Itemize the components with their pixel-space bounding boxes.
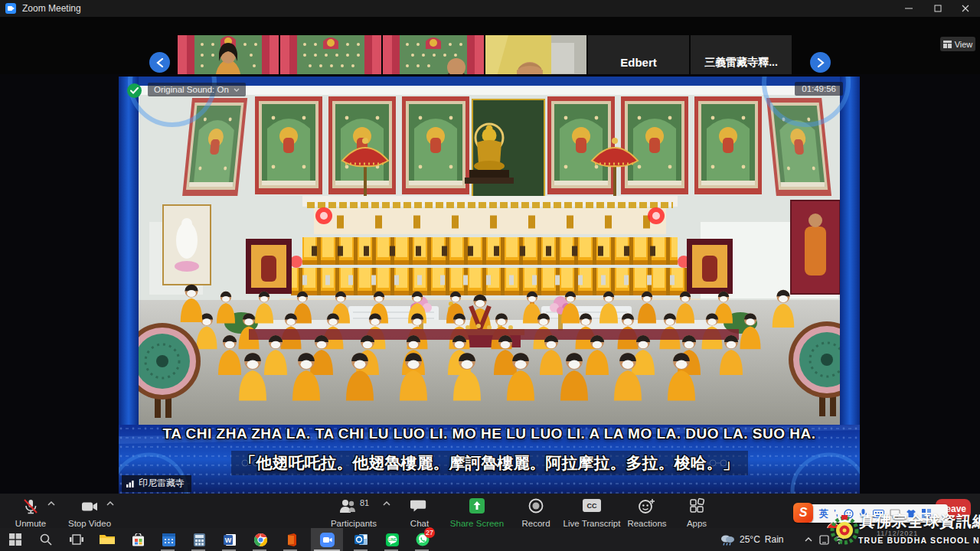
tray-show-hidden-icons[interactable] xyxy=(801,528,816,551)
microsoft-store-button[interactable] xyxy=(124,529,152,550)
close-button[interactable] xyxy=(951,0,980,17)
ime-emoji-icon[interactable] xyxy=(844,509,854,519)
zoom-app-icon xyxy=(5,3,16,14)
windows-logo-icon xyxy=(9,533,21,546)
ime-punctuation-toggle[interactable]: ’, xyxy=(834,510,838,517)
reactions-button[interactable]: Reactions xyxy=(616,496,678,528)
start-button[interactable] xyxy=(2,529,29,550)
ime-skin-icon[interactable] xyxy=(906,509,916,518)
task-view-button[interactable] xyxy=(63,529,90,550)
outlook-icon xyxy=(354,533,368,546)
participants-label: Participants xyxy=(331,519,377,528)
stop-video-label: Stop Video xyxy=(68,519,111,528)
ime-language-toggle[interactable]: 英 xyxy=(819,509,828,518)
participants-options-caret[interactable] xyxy=(383,501,390,506)
weather-condition: Rain xyxy=(765,534,784,545)
ime-voice-icon[interactable] xyxy=(859,508,867,519)
participants-button[interactable]: 81 Participants xyxy=(315,496,392,528)
view-button-label: View xyxy=(955,40,973,49)
minimize-button[interactable] xyxy=(894,0,923,17)
original-sound-label: Original Sound: On xyxy=(154,85,229,94)
signal-bars-icon xyxy=(126,479,136,487)
live-transcript-label: Live Transcript xyxy=(564,519,621,528)
reactions-smiley-icon xyxy=(638,497,656,514)
maximize-button[interactable] xyxy=(923,0,952,17)
record-label: Record xyxy=(521,519,550,528)
main-stage: Original Sound: On 01:49:56 TA CHI ZHA Z… xyxy=(0,74,980,494)
file-explorer-icon xyxy=(100,533,115,546)
wifi-icon xyxy=(834,536,844,544)
subtitle-romanized: TA CHI ZHA ZHA LA. TA CHI LU LUO LI. MO … xyxy=(119,425,860,442)
view-grid-icon xyxy=(943,41,952,48)
calculator-icon xyxy=(194,533,205,546)
apps-label: Apps xyxy=(687,519,707,528)
participants-count: 81 xyxy=(360,498,369,507)
chevron-right-icon xyxy=(817,58,825,67)
speaker-name-label: 印尼雷藏寺 xyxy=(122,475,191,492)
subtitle-chinese-text: 「他翅吒吒拉。他翅魯樓麗。摩訶魯樓麗。阿拉摩拉。多拉。梭哈。」 xyxy=(231,451,748,475)
view-button[interactable]: View xyxy=(940,37,975,51)
reactions-label: Reactions xyxy=(627,519,666,528)
unmute-label: Unmute xyxy=(15,519,46,528)
calendar-icon xyxy=(162,533,175,546)
chrome-button[interactable] xyxy=(247,529,274,550)
close-icon xyxy=(962,5,969,12)
apps-button[interactable]: Apps xyxy=(678,496,716,528)
original-sound-toggle[interactable]: Original Sound: On xyxy=(148,83,246,96)
line-icon: LINE xyxy=(386,533,399,546)
window-title: Zoom Meeting xyxy=(22,3,81,14)
title-bar: Zoom Meeting xyxy=(0,0,980,17)
video-options-caret[interactable] xyxy=(106,501,114,506)
taskbar-search-button[interactable] xyxy=(32,529,60,550)
ime-toolbox-icon[interactable] xyxy=(922,509,931,518)
subtitle-chinese: 「他翅吒吒拉。他翅魯樓麗。摩訶魯樓麗。阿拉摩拉。多拉。梭哈。」 xyxy=(119,451,860,475)
ime-tools-icon[interactable] xyxy=(890,509,900,518)
scroll-right-button[interactable] xyxy=(810,52,831,73)
ime-toolbar: 英 ’, xyxy=(805,504,948,523)
whatsapp-badge: 27 xyxy=(424,527,435,538)
shield-check-icon xyxy=(130,87,139,94)
tablet-icon xyxy=(819,535,829,545)
outlook-app-button[interactable] xyxy=(348,529,375,550)
minimize-icon xyxy=(905,5,913,12)
mic-muted-icon xyxy=(21,497,40,516)
participants-icon xyxy=(338,497,357,514)
meeting-timer: 01:49:56 xyxy=(795,82,843,96)
record-icon xyxy=(528,497,544,514)
chevron-up-icon xyxy=(805,537,812,542)
maximize-icon xyxy=(934,5,942,12)
sogou-ime-logo[interactable]: S xyxy=(793,503,813,523)
file-explorer-button[interactable] xyxy=(93,529,121,550)
tray-device-icon[interactable] xyxy=(816,528,831,551)
active-speaker-video: Original Sound: On 01:49:56 TA CHI ZHA Z… xyxy=(119,77,860,494)
microsoft-store-icon xyxy=(132,533,145,546)
weather-temperature: 25°C xyxy=(740,534,760,545)
calendar-app-button[interactable] xyxy=(155,529,182,550)
cc-icon: CC xyxy=(583,499,601,512)
zoom-meeting-window: { "window": { "title": "Zoom Meeting" },… xyxy=(0,0,980,551)
word-icon: W xyxy=(224,533,237,546)
rain-cloud-icon xyxy=(720,533,735,546)
apps-grid-icon xyxy=(688,497,705,514)
taskbar-weather-widget[interactable]: 25°C Rain xyxy=(720,528,784,551)
whatsapp-button[interactable]: 27 xyxy=(409,529,436,550)
office-icon xyxy=(286,533,297,546)
word-app-button[interactable]: W xyxy=(216,529,243,550)
task-view-icon xyxy=(70,534,83,545)
scroll-left-button[interactable] xyxy=(149,52,170,73)
chat-label: Chat xyxy=(410,519,429,528)
svg-text:LINE: LINE xyxy=(388,538,396,542)
video-thumbnail-strip: 莲花俐蓉 沁沁 xyxy=(0,17,980,74)
calculator-app-button[interactable] xyxy=(185,529,213,550)
tray-network-icon[interactable] xyxy=(831,528,847,551)
meeting-security-badge[interactable] xyxy=(127,83,142,98)
svg-text:W: W xyxy=(224,536,231,544)
speaker-name-text: 印尼雷藏寺 xyxy=(139,477,185,490)
share-screen-icon xyxy=(469,497,485,514)
video-camera-icon xyxy=(80,497,100,516)
unmute-options-caret[interactable] xyxy=(47,501,55,506)
ime-keyboard-icon[interactable] xyxy=(873,510,884,518)
office-app-button[interactable] xyxy=(277,529,305,550)
zoom-app-button[interactable] xyxy=(313,529,341,550)
line-app-button[interactable]: LINE xyxy=(378,529,406,550)
